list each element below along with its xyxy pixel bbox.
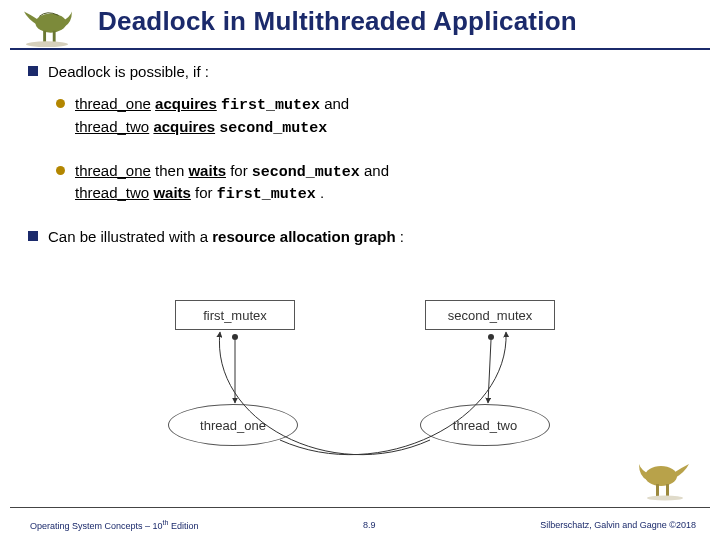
square-bullet-icon [28,231,38,241]
bullet-1-sublist: thread_one acquires first_mutex and thre… [56,94,692,205]
dinosaur-footer-icon [635,454,695,502]
bullet-1: Deadlock is possible, if : [28,62,692,82]
title-underline [10,48,710,50]
text-thread-two: thread_two [75,118,149,135]
svg-point-0 [36,14,67,33]
bullet-1-sub-2: thread_one then waits for second_mutex a… [56,161,692,206]
bullet-2: Can be illustrated with a resource alloc… [28,227,692,247]
svg-rect-1 [43,31,46,43]
text-thread-one-b: thread_one [75,162,151,179]
bullet-2-pre: Can be illustrated with a [48,228,212,245]
text-first-mutex-b: first_mutex [217,186,316,203]
text-acquires-2: acquires [153,118,215,135]
footer-rule [10,507,710,508]
svg-point-6 [645,466,677,486]
footer-right: Silberschatz, Galvin and Gagne ©2018 [540,520,696,530]
text-second-mutex: second_mutex [219,120,327,137]
svg-point-3 [26,41,68,47]
footer-center: 8.9 [363,520,376,530]
bullet-2-text: Can be illustrated with a resource alloc… [48,227,404,247]
bullet-1-sub-2-text: thread_one then waits for second_mutex a… [75,161,389,206]
svg-rect-8 [656,484,659,496]
text-and-b: and [364,162,389,179]
footer-left: Operating System Concepts – 10th Edition [30,519,198,531]
slide-title: Deadlock in Multithreaded Application [98,6,577,37]
bullet-1-sub-1-text: thread_one acquires first_mutex and thre… [75,94,349,139]
disc-bullet-icon [56,99,65,108]
footer-left-b: Edition [168,521,198,531]
text-waits: waits [188,162,226,179]
svg-line-5 [488,340,491,403]
text-first-mutex: first_mutex [221,97,320,114]
svg-rect-7 [666,484,669,496]
footer: Operating System Concepts – 10th Edition… [0,516,720,534]
dinosaur-icon [18,2,76,48]
bullet-1-text: Deadlock is possible, if : [48,62,209,82]
text-waits-2: waits [153,184,191,201]
text-thread-two-b: thread_two [75,184,149,201]
text-for: for [230,162,252,179]
text-acquires: acquires [155,95,217,112]
text-period: . [320,184,324,201]
text-thread-one: thread_one [75,95,151,112]
bullet-2-post: : [400,228,404,245]
text-for-2: for [195,184,217,201]
bullet-2-bold: resource allocation graph [212,228,395,245]
text-second-mutex-b: second_mutex [252,164,360,181]
footer-left-a: Operating System Concepts – 10 [30,521,163,531]
content-area: Deadlock is possible, if : thread_one ac… [28,62,692,260]
graph-edges [130,300,590,470]
svg-point-9 [647,496,683,501]
svg-rect-2 [53,31,56,43]
resource-allocation-graph: first_mutex second_mutex thread_one thre… [130,300,590,470]
bullet-1-sub-1: thread_one acquires first_mutex and thre… [56,94,692,139]
square-bullet-icon [28,66,38,76]
text-and: and [324,95,349,112]
slide: Deadlock in Multithreaded Application De… [0,0,720,540]
disc-bullet-icon [56,166,65,175]
text-then: then [155,162,188,179]
